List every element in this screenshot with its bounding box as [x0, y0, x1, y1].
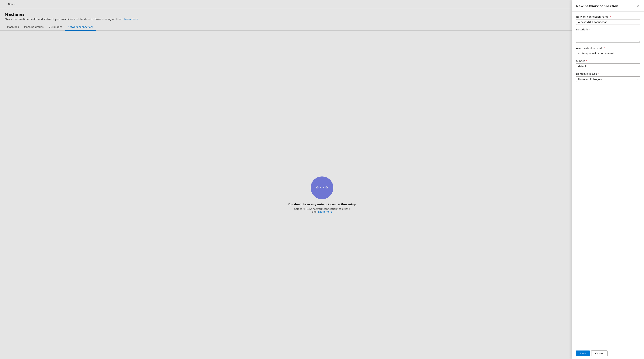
azure-vnet-label: Azure virtual network * — [576, 47, 640, 49]
panel-body: Network connection name * Description Az… — [572, 11, 644, 348]
azure-vnet-select-wrapper: vmtemplatewithcontoso-vnet ⌄ — [576, 51, 640, 56]
main-content: + New ⌄ Machines Check the real-time hea… — [0, 0, 644, 359]
new-button-label: New — [8, 3, 13, 5]
subnet-select[interactable]: default — [576, 63, 640, 69]
azure-vnet-select[interactable]: vmtemplatewithcontoso-vnet — [576, 51, 640, 56]
name-required-star: * — [609, 15, 611, 18]
subnet-select-wrapper: default ⌄ — [576, 63, 640, 69]
subtitle-text: Check the real-time health and status of… — [4, 18, 123, 20]
toolbar: + New ⌄ — [0, 0, 644, 8]
learn-more-link[interactable]: Learn more — [124, 18, 138, 20]
empty-state: You don't have any network connection se… — [0, 31, 644, 359]
empty-state-learn-more-link[interactable]: Learn more — [318, 210, 332, 213]
azure-vnet-required-star: * — [603, 47, 605, 49]
panel-close-button[interactable]: ✕ — [635, 3, 640, 9]
svg-point-0 — [320, 187, 321, 188]
page-title: Machines — [4, 12, 640, 17]
svg-point-2 — [323, 187, 324, 188]
network-icon-svg — [316, 185, 328, 191]
form-group-subnet: Subnet * default ⌄ — [576, 59, 640, 69]
subnet-required-star: * — [585, 59, 587, 62]
description-textarea[interactable] — [576, 32, 640, 43]
page-subtitle: Check the real-time health and status of… — [4, 18, 640, 20]
cancel-button[interactable]: Cancel — [591, 351, 608, 356]
form-group-azure-vnet: Azure virtual network * vmtemplatewithco… — [576, 47, 640, 56]
tabs: Machines Machine groups VM images Networ… — [0, 24, 644, 31]
side-panel: New network connection ✕ Network connect… — [572, 0, 644, 359]
panel-footer: Save Cancel — [572, 348, 644, 359]
domain-join-select-wrapper: Microsoft Entra join Active Directory jo… — [576, 76, 640, 82]
tab-network-connections[interactable]: Network connections — [65, 24, 96, 31]
domain-join-select[interactable]: Microsoft Entra join Active Directory jo… — [576, 76, 640, 82]
form-group-name: Network connection name * — [576, 15, 640, 25]
domain-join-label: Domain join type * — [576, 72, 640, 75]
svg-point-1 — [322, 187, 322, 188]
empty-state-title: You don't have any network connection se… — [288, 203, 356, 206]
form-group-domain-join: Domain join type * Microsoft Entra join … — [576, 72, 640, 82]
tab-vm-images[interactable]: VM images — [46, 24, 65, 31]
network-icon-circle — [311, 176, 333, 199]
panel-header: New network connection ✕ — [572, 0, 644, 11]
panel-title: New network connection — [576, 4, 618, 8]
page-header: Machines Check the real-time health and … — [0, 8, 644, 24]
subnet-label: Subnet * — [576, 59, 640, 62]
domain-join-required-star: * — [598, 72, 600, 75]
save-button[interactable]: Save — [576, 351, 590, 356]
name-input[interactable] — [576, 19, 640, 25]
form-group-description: Description — [576, 28, 640, 43]
tab-machine-groups[interactable]: Machine groups — [21, 24, 46, 31]
chevron-down-icon: ⌄ — [14, 3, 16, 5]
tab-machines[interactable]: Machines — [4, 24, 21, 31]
name-label: Network connection name * — [576, 15, 640, 18]
plus-icon: + — [5, 2, 7, 6]
empty-state-description: Select "+ New network connection" to cre… — [292, 207, 352, 213]
new-button[interactable]: + New ⌄ — [3, 1, 18, 7]
description-label: Description — [576, 28, 640, 31]
